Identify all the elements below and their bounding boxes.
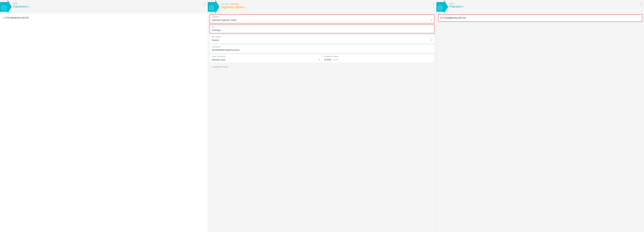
ciphertext-title-text: Ciphertext <box>13 5 28 9</box>
operation-title-area: ENCODE DECODE Vigenère cipher ▾ <box>215 2 432 9</box>
key-mode-label: KEY MODE <box>212 36 432 38</box>
ciphertext-type-label: VIEW <box>13 3 204 5</box>
out-dot3 <box>641 5 642 5</box>
dot2 <box>205 4 205 4</box>
operation-title-text: Vigenère cipher <box>220 5 243 9</box>
alphabet-value: abcdefghijklmnopqrstuvwxyz <box>212 49 432 51</box>
alphabet-label: ALPHABET <box>212 46 432 48</box>
plaintext-type-label: VIEW <box>449 3 640 5</box>
key-label: KEY <box>212 26 432 28</box>
encode-decode-toggle: ENCODE DECODE <box>220 3 432 5</box>
out-dot1 <box>641 3 642 3</box>
out-dot2 <box>641 4 642 4</box>
plaintext-title-area: VIEW Plaintext ▾ <box>444 2 640 9</box>
key-value: hostinger <box>212 29 432 31</box>
encode-label[interactable]: ENCODE <box>220 3 229 5</box>
plaintext-dots-menu <box>641 3 642 5</box>
add-icon-out: + <box>439 7 441 9</box>
operation-accent: + <box>208 2 215 12</box>
operation-title-button[interactable]: Vigenère cipher ▾ <box>220 5 432 9</box>
op-dot2 <box>433 4 434 4</box>
ciphertext-panel: + VIEW Ciphertext ▾ <box>0 0 208 232</box>
case-foreign-row: CASE STRATEGY Maintain case ▾ FOREIGN CH… <box>210 54 434 63</box>
plaintext-header: + VIEW Plaintext ▾ <box>436 0 644 13</box>
operation-header: + ENCODE DECODE Vigenère cipher ▾ <box>208 0 436 13</box>
operation-dropdown-arrow: ▾ <box>244 6 245 8</box>
variant-value[interactable]: Standard Vigenère cipher ▾ <box>212 19 432 21</box>
foreign-chars-label: FOREIGN CHARS <box>324 56 432 57</box>
ciphertext-dots-menu <box>205 3 205 5</box>
plaintext-accent-arrow <box>444 0 448 14</box>
ciphertext-add-button[interactable]: + <box>2 6 6 10</box>
dot1 <box>205 3 205 3</box>
plaintext-title-text: Plaintext <box>449 5 462 9</box>
operation-dots-menu <box>433 3 434 5</box>
ciphertext-accent-arrow <box>8 0 12 14</box>
plaintext-content: E7r9t8@Q#h%Hy+M1234 <box>438 14 642 22</box>
operation-panel: + ENCODE DECODE Vigenère cipher ▾ <box>208 0 436 232</box>
plaintext-menu-button[interactable] <box>640 2 642 6</box>
op-dot3 <box>433 5 434 5</box>
foreign-chars-field: FOREIGN CHARS Include Ignore <box>322 54 434 63</box>
app-panels: + VIEW Ciphertext ▾ <box>0 0 644 232</box>
ciphertext-title-button[interactable]: Ciphertext ▾ <box>13 5 204 9</box>
foreign-chars-value: Include Ignore <box>324 58 432 61</box>
decoded-info-text: Decoded 19 chars <box>213 66 228 68</box>
operation-add-button[interactable]: + <box>209 6 214 10</box>
ciphertext-header-right <box>204 2 205 4</box>
arrow-right-icon: → <box>210 66 212 68</box>
operation-header-right <box>432 2 434 4</box>
add-icon: + <box>3 7 5 9</box>
variant-field: VARIANT Standard Vigenère cipher ▾ <box>210 14 434 24</box>
operation-menu-button[interactable] <box>433 2 434 6</box>
key-mode-chevron: ▾ <box>431 39 432 42</box>
plaintext-add-button[interactable]: + <box>438 6 442 10</box>
dot3 <box>205 5 205 5</box>
ciphertext-header: + VIEW Ciphertext ▾ <box>0 0 208 13</box>
plaintext-text: E7r9t8@Q#h%Hy+M1234 <box>440 17 640 20</box>
key-value-text: hostinger <box>212 29 221 31</box>
plaintext-title-button[interactable]: Plaintext ▾ <box>449 5 640 9</box>
case-strategy-field: CASE STRATEGY Maintain case ▾ <box>210 54 322 63</box>
ciphertext-text: L7f9l8@J#p%Ue+Q1234 <box>4 16 204 20</box>
key-mode-field: KEY MODE Repeat ▾ <box>210 35 434 43</box>
operation-fields: VARIANT Standard Vigenère cipher ▾ KEY h… <box>208 13 436 69</box>
op-dot1 <box>433 3 434 3</box>
decoded-info: → Decoded 19 chars <box>208 64 436 69</box>
variant-value-text: Standard Vigenère cipher <box>212 19 237 21</box>
alphabet-value-text: abcdefghijklmnopqrstuvwxyz <box>212 49 240 51</box>
case-strategy-value-text: Maintain case <box>212 58 225 61</box>
case-strategy-chevron: ▾ <box>319 58 320 61</box>
key-field: KEY hostinger <box>210 25 434 33</box>
plaintext-header-right <box>640 2 642 4</box>
ciphertext-content: L7f9l8@J#p%Ue+Q1234 <box>0 13 208 232</box>
plaintext-panel: + VIEW Plaintext ▾ <box>436 0 644 232</box>
plaintext-dropdown-arrow: ▾ <box>462 6 464 8</box>
variant-label: VARIANT <box>212 16 432 18</box>
key-mode-value-text: Repeat <box>212 39 219 41</box>
plaintext-accent: + <box>436 2 444 12</box>
ciphertext-dropdown-arrow: ▾ <box>28 6 30 8</box>
ciphertext-title-area: VIEW Ciphertext ▾ <box>8 2 204 9</box>
case-strategy-label: CASE STRATEGY <box>212 56 320 57</box>
case-strategy-value[interactable]: Maintain case ▾ <box>212 58 320 61</box>
foreign-ignore[interactable]: Ignore <box>332 58 338 61</box>
alphabet-field: ALPHABET abcdefghijklmnopqrstuvwxyz <box>210 45 434 53</box>
ciphertext-menu-button[interactable] <box>204 2 206 6</box>
add-icon-op: + <box>211 7 212 9</box>
operation-accent-arrow <box>215 0 220 14</box>
decode-label[interactable]: DECODE <box>230 3 239 5</box>
foreign-include[interactable]: Include <box>324 58 331 61</box>
key-mode-value[interactable]: Repeat ▾ <box>212 39 432 42</box>
variant-chevron: ▾ <box>431 19 432 21</box>
ciphertext-accent: + <box>0 2 8 12</box>
